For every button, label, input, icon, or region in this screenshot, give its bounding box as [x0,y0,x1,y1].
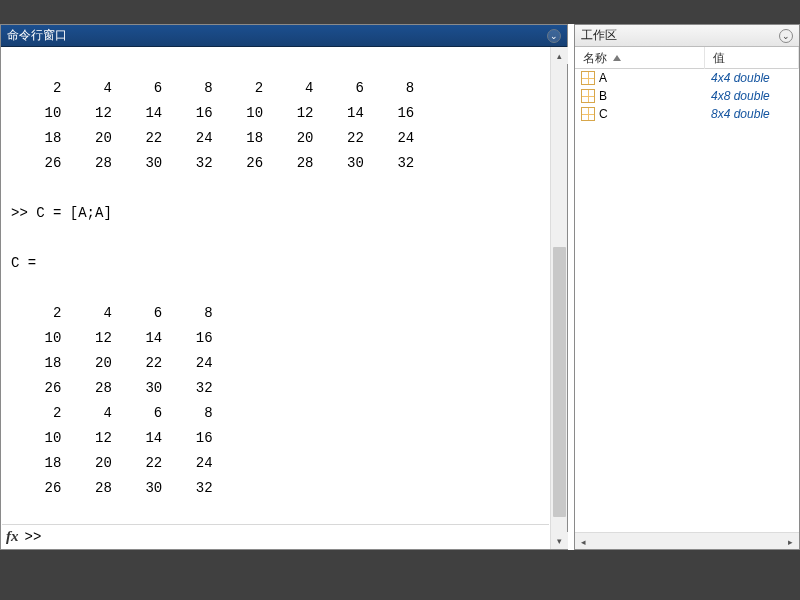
variable-icon [581,107,595,121]
variable-value: 8x4 double [711,107,799,121]
fx-icon[interactable]: fx [6,528,19,545]
command-window-titlebar[interactable]: 命令行窗口 ⌄ [1,25,567,47]
variable-icon [581,71,595,85]
command-output[interactable]: 2 4 6 8 2 4 6 8 10 12 14 16 10 12 14 16 … [1,47,550,549]
workspace-col-name[interactable]: 名称 [575,47,705,69]
variable-name: A [599,71,711,85]
scroll-up-icon[interactable]: ▴ [551,47,568,64]
workspace-body: 名称 值 A4x4 doubleB4x8 doubleC8x4 double ◂… [575,47,799,549]
workspace-hscrollbar[interactable]: ◂ ▸ [575,532,799,549]
scroll-right-icon[interactable]: ▸ [782,533,799,550]
command-window-panel: 命令行窗口 ⌄ 2 4 6 8 2 4 6 8 10 12 14 16 10 1… [0,24,568,550]
sort-asc-icon [613,55,621,61]
variable-name: C [599,107,711,121]
variable-value: 4x4 double [711,71,799,85]
scroll-down-icon[interactable]: ▾ [551,532,568,549]
scroll-thumb[interactable] [553,247,566,517]
app-frame: 命令行窗口 ⌄ 2 4 6 8 2 4 6 8 10 12 14 16 10 1… [0,24,800,550]
command-window-title: 命令行窗口 [7,27,67,44]
variable-name: B [599,89,711,103]
workspace-row[interactable]: A4x4 double [575,69,799,87]
variable-icon [581,89,595,103]
workspace-row[interactable]: B4x8 double [575,87,799,105]
workspace-row[interactable]: C8x4 double [575,105,799,123]
command-window-body: 2 4 6 8 2 4 6 8 10 12 14 16 10 12 14 16 … [1,47,567,549]
command-scrollbar[interactable]: ▴ ▾ [550,47,567,549]
variable-value: 4x8 double [711,89,799,103]
panel-menu-icon[interactable]: ⌄ [779,29,793,43]
prompt-symbol: >> [25,529,42,545]
panel-menu-icon[interactable]: ⌄ [547,29,561,43]
workspace-rows: A4x4 doubleB4x8 doubleC8x4 double [575,69,799,532]
workspace-titlebar[interactable]: 工作区 ⌄ [575,25,799,47]
workspace-col-value[interactable]: 值 [705,47,799,69]
workspace-header[interactable]: 名称 值 [575,47,799,69]
workspace-title: 工作区 [581,27,617,44]
scroll-left-icon[interactable]: ◂ [575,533,592,550]
workspace-panel: 工作区 ⌄ 名称 值 A4x4 doubleB4x8 doubleC8x4 do… [574,24,800,550]
command-prompt-line[interactable]: fx >> [2,524,549,548]
